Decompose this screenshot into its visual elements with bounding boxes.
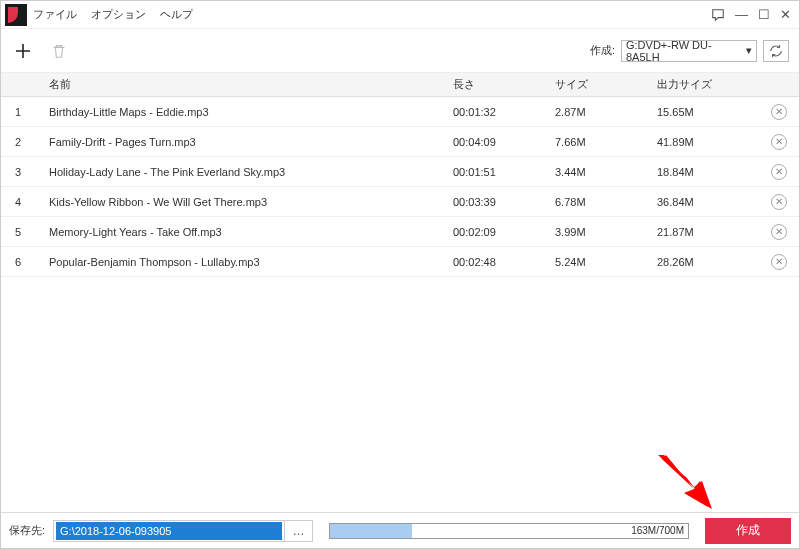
device-value: G:DVD+-RW DU-8A5LH (626, 39, 742, 63)
footer: 保存先: G:\2018-12-06-093905 … 163M/700M 作成 (1, 512, 799, 548)
menu-help[interactable]: ヘルプ (160, 7, 193, 22)
chevron-down-icon: ▾ (746, 44, 752, 57)
save-path-input[interactable]: G:\2018-12-06-093905 (56, 522, 282, 540)
row-delete-button[interactable]: ✕ (771, 134, 787, 150)
row-length: 00:01:51 (453, 166, 555, 178)
progress-text: 163M/700M (631, 524, 684, 538)
trash-icon (50, 42, 68, 60)
row-name: Popular-Benjamin Thompson - Lullaby.mp3 (43, 256, 453, 268)
device-row: 作成: G:DVD+-RW DU-8A5LH ▾ (590, 40, 789, 62)
row-delete-cell: ✕ (759, 194, 799, 210)
device-select[interactable]: G:DVD+-RW DU-8A5LH ▾ (621, 40, 757, 62)
row-index: 2 (1, 136, 43, 148)
row-name: Birthday-Little Maps - Eddie.mp3 (43, 106, 453, 118)
row-size: 2.87M (555, 106, 657, 118)
row-name: Kids-Yellow Ribbon - We Will Get There.m… (43, 196, 453, 208)
row-index: 6 (1, 256, 43, 268)
col-output[interactable]: 出力サイズ (657, 77, 759, 92)
row-output: 21.87M (657, 226, 759, 238)
menubar: ファイル オプション ヘルプ (33, 7, 193, 22)
feedback-icon[interactable] (711, 8, 725, 22)
row-length: 00:02:09 (453, 226, 555, 238)
close-icon[interactable]: ✕ (780, 7, 791, 22)
window-controls: — ☐ ✕ (711, 7, 799, 22)
menu-file[interactable]: ファイル (33, 7, 77, 22)
maximize-icon[interactable]: ☐ (758, 7, 770, 22)
table-row[interactable]: 5Memory-Light Years - Take Off.mp300:02:… (1, 217, 799, 247)
row-length: 00:02:48 (453, 256, 555, 268)
row-size: 6.78M (555, 196, 657, 208)
row-size: 5.24M (555, 256, 657, 268)
row-output: 36.84M (657, 196, 759, 208)
progress-bar: 163M/700M (329, 523, 689, 539)
table-body: 1Birthday-Little Maps - Eddie.mp300:01:3… (1, 97, 799, 512)
row-size: 3.44M (555, 166, 657, 178)
table-row[interactable]: 1Birthday-Little Maps - Eddie.mp300:01:3… (1, 97, 799, 127)
row-output: 28.26M (657, 256, 759, 268)
delete-button[interactable] (47, 39, 71, 63)
titlebar: ファイル オプション ヘルプ — ☐ ✕ (1, 1, 799, 29)
app-window: ファイル オプション ヘルプ — ☐ ✕ 作成: G:DVD+-RW DU-8A… (0, 0, 800, 549)
row-delete-button[interactable]: ✕ (771, 104, 787, 120)
row-length: 00:04:09 (453, 136, 555, 148)
row-name: Holiday-Lady Lane - The Pink Everland Sk… (43, 166, 453, 178)
table-row[interactable]: 2Family-Drift - Pages Turn.mp300:04:097.… (1, 127, 799, 157)
col-name[interactable]: 名前 (43, 77, 453, 92)
table-row[interactable]: 3Holiday-Lady Lane - The Pink Everland S… (1, 157, 799, 187)
plus-icon (13, 41, 33, 61)
row-output: 41.89M (657, 136, 759, 148)
table-header: 名前 長さ サイズ 出力サイズ (1, 73, 799, 97)
col-length[interactable]: 長さ (453, 77, 555, 92)
refresh-button[interactable] (763, 40, 789, 62)
minimize-icon[interactable]: — (735, 7, 748, 22)
file-table: 名前 長さ サイズ 出力サイズ 1Birthday-Little Maps - … (1, 73, 799, 512)
row-delete-cell: ✕ (759, 224, 799, 240)
row-delete-button[interactable]: ✕ (771, 254, 787, 270)
row-delete-cell: ✕ (759, 134, 799, 150)
table-row[interactable]: 4Kids-Yellow Ribbon - We Will Get There.… (1, 187, 799, 217)
menu-option[interactable]: オプション (91, 7, 146, 22)
progress-fill (330, 524, 412, 538)
row-output: 15.65M (657, 106, 759, 118)
app-logo-icon (5, 4, 27, 26)
toolbar: 作成: G:DVD+-RW DU-8A5LH ▾ (1, 29, 799, 73)
create-label: 作成: (590, 43, 615, 58)
row-delete-button[interactable]: ✕ (771, 164, 787, 180)
row-index: 5 (1, 226, 43, 238)
row-output: 18.84M (657, 166, 759, 178)
row-delete-cell: ✕ (759, 254, 799, 270)
row-name: Memory-Light Years - Take Off.mp3 (43, 226, 453, 238)
row-delete-cell: ✕ (759, 104, 799, 120)
row-index: 4 (1, 196, 43, 208)
row-size: 3.99M (555, 226, 657, 238)
create-button[interactable]: 作成 (705, 518, 791, 544)
save-path-box: G:\2018-12-06-093905 … (53, 520, 313, 542)
row-length: 00:01:32 (453, 106, 555, 118)
save-label: 保存先: (9, 523, 45, 538)
row-size: 7.66M (555, 136, 657, 148)
row-delete-button[interactable]: ✕ (771, 194, 787, 210)
col-size[interactable]: サイズ (555, 77, 657, 92)
row-name: Family-Drift - Pages Turn.mp3 (43, 136, 453, 148)
refresh-icon (769, 44, 783, 58)
row-delete-button[interactable]: ✕ (771, 224, 787, 240)
row-delete-cell: ✕ (759, 164, 799, 180)
row-index: 3 (1, 166, 43, 178)
row-index: 1 (1, 106, 43, 118)
browse-button[interactable]: … (284, 521, 312, 541)
add-button[interactable] (11, 39, 35, 63)
table-row[interactable]: 6Popular-Benjamin Thompson - Lullaby.mp3… (1, 247, 799, 277)
row-length: 00:03:39 (453, 196, 555, 208)
